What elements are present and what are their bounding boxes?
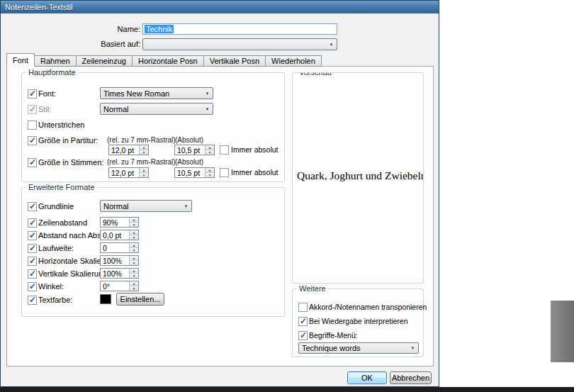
tab-vertikale-posn[interactable]: Vertikale Posn bbox=[203, 55, 266, 67]
word-menu-label[interactable]: Begriffe-Menü: bbox=[309, 331, 358, 340]
group-erweiterte-formate: Erweiterte Formate Grundlinie Normal ▼ Z… bbox=[21, 187, 285, 317]
line-spacing-checkbox[interactable] bbox=[28, 218, 37, 228]
spinner-up-button[interactable]: ▲ bbox=[140, 168, 148, 173]
tab-rahmen[interactable]: Rahmen bbox=[34, 55, 77, 67]
font-checkbox[interactable] bbox=[28, 89, 37, 99]
interpret-playback-checkbox[interactable] bbox=[298, 317, 308, 326]
parts-size-checkbox[interactable] bbox=[28, 158, 37, 167]
preview-sample-text: Quark, Joghurt und Zwiebeln bbox=[297, 169, 424, 182]
angle-label[interactable]: Winkel: bbox=[38, 282, 64, 291]
score-rel-size-spinner[interactable]: 12,0 pt ▲▼ bbox=[108, 145, 149, 155]
style-checkbox[interactable] bbox=[28, 105, 37, 114]
tab-page-font: Hauptformate Font: Times New Roman ▼ Sti… bbox=[6, 66, 434, 366]
font-dropdown[interactable]: Times New Roman ▼ bbox=[100, 87, 213, 99]
chevron-down-icon: ▼ bbox=[202, 91, 213, 96]
spinner-down-button[interactable]: ▼ bbox=[206, 150, 214, 155]
spinner-down-button[interactable]: ▼ bbox=[130, 248, 138, 252]
vertical-scale-spinner[interactable]: 100% ▲▼ bbox=[100, 268, 139, 279]
spinner-down-button[interactable]: ▼ bbox=[206, 173, 214, 177]
based-on-dropdown[interactable]: ▼ bbox=[142, 38, 337, 50]
score-always-absolute-label[interactable]: Immer absolut bbox=[231, 145, 278, 155]
word-menu-checkbox[interactable] bbox=[298, 331, 308, 340]
line-spacing-label[interactable]: Zeilenabstand bbox=[38, 218, 87, 228]
score-size-checkbox[interactable] bbox=[28, 136, 37, 145]
style-label[interactable]: Stil: bbox=[38, 105, 51, 114]
cancel-button[interactable]: Abbrechen bbox=[390, 371, 432, 384]
spinner-up-button[interactable]: ▲ bbox=[140, 145, 148, 150]
spinner-up-button[interactable]: ▲ bbox=[130, 218, 138, 223]
parts-size-label[interactable]: Größe in Stimmen: bbox=[38, 158, 103, 167]
horizontal-scale-spinner[interactable]: 100% ▲▼ bbox=[100, 255, 139, 266]
baseline-checkbox[interactable] bbox=[28, 202, 37, 211]
tab-font[interactable]: Font bbox=[6, 53, 35, 67]
parts-always-absolute-label[interactable]: Immer absolut bbox=[231, 168, 278, 177]
chevron-down-icon: ▼ bbox=[407, 346, 418, 350]
set-color-button[interactable]: Einstellen... bbox=[116, 293, 164, 306]
parts-abs-size-spinner[interactable]: 10,5 pt ▲▼ bbox=[174, 167, 215, 178]
horizontal-scale-checkbox[interactable] bbox=[28, 257, 37, 266]
spinner-down-button[interactable]: ▼ bbox=[140, 173, 148, 177]
tracking-label[interactable]: Laufweite: bbox=[38, 244, 74, 253]
spinner-down-button[interactable]: ▼ bbox=[130, 235, 138, 240]
underline-checkbox[interactable] bbox=[28, 121, 37, 130]
spinner-value: 100% bbox=[101, 256, 129, 265]
tab-horizontale-posn[interactable]: Horizontale Posn bbox=[132, 55, 204, 67]
spinner-up-button[interactable]: ▲ bbox=[206, 145, 214, 150]
spinner-down-button[interactable]: ▼ bbox=[130, 274, 138, 278]
group-erweiterte-formate-title: Erweiterte Formate bbox=[26, 183, 97, 192]
transpose-names-label[interactable]: Akkord-/Notennamen transponieren bbox=[309, 303, 427, 312]
tab-wiederholen[interactable]: Wiederholen bbox=[265, 55, 322, 67]
score-abs-size-spinner[interactable]: 10,5 pt ▲▼ bbox=[174, 145, 215, 155]
spinner-value: 12,0 pt bbox=[109, 168, 139, 177]
space-after-spinner[interactable]: 0,0 pt ▲▼ bbox=[100, 230, 139, 240]
baseline-dropdown-value: Normal bbox=[101, 202, 181, 211]
tab-zeileneinzug[interactable]: Zeileneinzug bbox=[76, 55, 133, 67]
score-always-absolute-checkbox[interactable] bbox=[220, 145, 229, 155]
spinner-down-button[interactable]: ▼ bbox=[130, 223, 138, 227]
spinner-down-button[interactable]: ▼ bbox=[140, 150, 148, 155]
spinner-value: 10,5 pt bbox=[175, 168, 205, 177]
baseline-label[interactable]: Grundlinie bbox=[38, 202, 74, 211]
spinner-up-button[interactable]: ▲ bbox=[130, 281, 138, 286]
spinner-up-button[interactable]: ▲ bbox=[206, 168, 214, 173]
vertical-scale-label[interactable]: Vertikale Skalierung: bbox=[38, 269, 109, 279]
text-color-label[interactable]: Textfarbe: bbox=[38, 296, 72, 305]
spinner-up-button[interactable]: ▲ bbox=[130, 269, 138, 274]
transpose-names-checkbox[interactable] bbox=[298, 303, 308, 312]
spinner-down-button[interactable]: ▼ bbox=[130, 261, 138, 265]
angle-checkbox[interactable] bbox=[28, 282, 37, 291]
vertical-scale-checkbox[interactable] bbox=[28, 269, 37, 279]
dialog-titlebar[interactable]: Notenzeilen-Textstil bbox=[1, 1, 439, 13]
score-size-label[interactable]: Größe in Partitur: bbox=[38, 136, 98, 145]
parts-always-absolute-checkbox[interactable] bbox=[220, 168, 229, 177]
interpret-playback-label[interactable]: Bei Wiedergabe interpretieren bbox=[309, 317, 408, 326]
word-menu-dropdown[interactable]: Technique words ▼ bbox=[298, 342, 419, 354]
underline-label[interactable]: Unterstrichen bbox=[38, 121, 84, 130]
spinner-up-button[interactable]: ▲ bbox=[130, 243, 138, 248]
dialog-title: Notenzeilen-Textstil bbox=[5, 3, 72, 11]
spinner-up-button[interactable]: ▲ bbox=[130, 230, 138, 235]
desktop-background: { "window": { "title": "Notenzeilen-Text… bbox=[0, 0, 574, 392]
spinner-down-button[interactable]: ▼ bbox=[130, 286, 138, 291]
baseline-dropdown[interactable]: Normal ▼ bbox=[100, 200, 192, 212]
word-menu-dropdown-value: Technique words bbox=[299, 344, 407, 352]
space-after-checkbox[interactable] bbox=[28, 231, 37, 240]
tracking-spinner[interactable]: 0 ▲▼ bbox=[100, 242, 139, 253]
spinner-value: 12,0 pt bbox=[109, 145, 139, 155]
font-label[interactable]: Font: bbox=[38, 89, 56, 99]
dialog-staff-text-style: Notenzeilen-Textstil Name: Technik Basie… bbox=[0, 0, 439, 387]
ok-button[interactable]: OK bbox=[347, 371, 387, 384]
tracking-checkbox[interactable] bbox=[28, 244, 37, 253]
line-spacing-spinner[interactable]: 90% ▲▼ bbox=[100, 217, 139, 228]
angle-spinner[interactable]: 0° ▲▼ bbox=[100, 281, 139, 291]
score-size-rel-hint: (rel. zu 7 mm-Rastral) bbox=[107, 136, 176, 145]
name-input[interactable]: Technik bbox=[142, 23, 337, 35]
style-dropdown[interactable]: Normal ▼ bbox=[100, 103, 213, 115]
spinner-value: 0° bbox=[101, 281, 129, 291]
name-input-value: Technik bbox=[145, 25, 174, 33]
text-color-checkbox[interactable] bbox=[28, 296, 37, 305]
parts-rel-size-spinner[interactable]: 12,0 pt ▲▼ bbox=[108, 167, 149, 178]
name-label: Name: bbox=[64, 25, 140, 34]
group-vorschau-title: Vorschau bbox=[297, 72, 334, 77]
spinner-up-button[interactable]: ▲ bbox=[130, 256, 138, 261]
